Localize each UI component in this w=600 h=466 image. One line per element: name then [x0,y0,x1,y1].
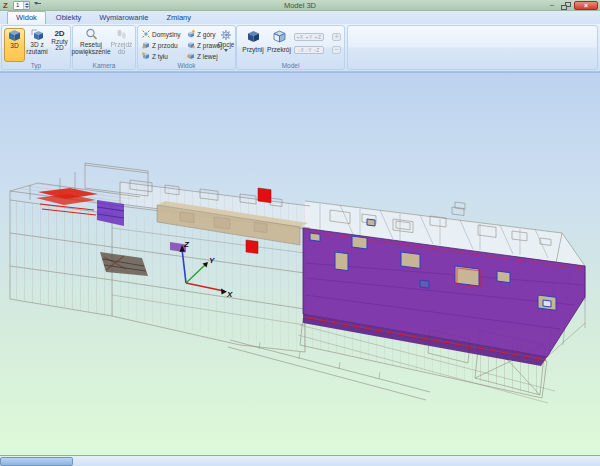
3d-viewport[interactable]: Z Y X [0,72,600,455]
close-button[interactable]: × [574,1,598,10]
ribbon-tabs: Widok Obiekty Wymiarowanie Zmiany [0,11,600,24]
view-top-icon [187,30,195,38]
reset-zoom-button[interactable]: Resetuj powiększenie [76,28,106,62]
minimize-button[interactable]: – [546,2,558,10]
model-plus-button[interactable]: + [332,33,341,41]
titlebar: Z 1 Model 3D – × [0,0,600,11]
axis-y-label: Y [209,256,215,265]
tab-obiekty[interactable]: Obiekty [48,12,89,24]
view-top-button[interactable]: Z góry [187,29,215,39]
cube-3d-icon [8,29,21,42]
group-label-model: Model [237,62,344,69]
horizontal-scrollbar[interactable] [0,455,600,466]
view-3d-rzuty-button[interactable]: 3D z rzutami [26,28,48,62]
tab-zmiany[interactable]: Zmiany [158,12,199,24]
group-typ: 3D 3D z rzutami 2D Rzuty 2D Typ [1,25,71,70]
restore-button[interactable] [561,2,571,10]
view-back-icon [142,52,150,60]
options-dropdown-icon [224,49,228,52]
window-controls: – × [546,1,598,10]
group-label-kamera: Kamera [73,62,135,69]
view-front-button[interactable]: Z przodu [142,40,178,50]
view-back-button[interactable]: Z tyłu [142,51,168,61]
app-window: Z 1 Model 3D – × Widok Obiekty Wymiarowa… [0,0,600,466]
ribbon: 3D 3D z rzutami 2D Rzuty 2D Typ [0,24,600,72]
default-view-icon [142,30,150,38]
cube-with-plans-icon [31,28,44,41]
view-3d-button[interactable]: 3D [4,28,25,62]
gear-icon [220,29,232,41]
magnifier-icon [85,28,98,41]
view-front-icon [142,41,150,49]
axis-minus-field[interactable]: -X -Y -Z [294,46,324,54]
clip-button[interactable]: Przytnij [241,28,265,62]
2d-text-icon: 2D [54,31,64,38]
view-options-button[interactable]: Opcje [217,29,235,52]
group-model: Przytnij Przekrój +X +Y +Z -X -Y -Z + − … [236,25,345,70]
section-cube-icon [273,30,286,43]
footsteps-icon [115,28,128,41]
view-default-button[interactable]: Domyślny [142,29,181,39]
horizontal-scrollbar-thumb[interactable] [0,457,73,466]
view-2d-button[interactable]: 2D Rzuty 2D [49,28,70,62]
axis-x-label: X [226,290,233,299]
group-kamera: Resetuj powiększenie Przejdź do Kamera [72,25,136,70]
axis-plus-field[interactable]: +X +Y +Z [294,33,324,41]
go-to-button[interactable]: Przejdź do [108,28,135,62]
view-left-button[interactable]: Z lewej [187,51,218,61]
view-left-icon [187,52,195,60]
tab-wymiarowanie[interactable]: Wymiarowanie [91,12,156,24]
clip-cube-icon [247,30,260,43]
tab-widok[interactable]: Widok [7,11,46,24]
view-right-icon [187,41,195,49]
group-label-typ: Typ [2,62,70,69]
group-widok: Domyślny Z przodu Z tyłu [137,25,236,70]
model-minus-button[interactable]: − [332,46,341,54]
ribbon-empty-area [347,25,598,70]
window-title: Model 3D [0,1,600,10]
section-button[interactable]: Przekrój [267,28,291,62]
3d-model-canvas[interactable]: Z Y X [0,73,600,456]
group-label-widok: Widok [138,62,235,69]
